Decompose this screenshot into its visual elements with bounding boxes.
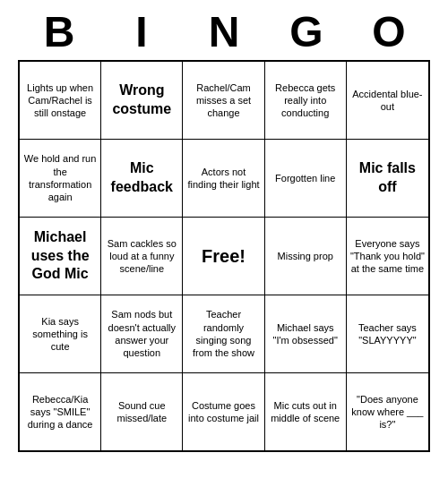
bingo-cell: Sound cue missed/late xyxy=(101,373,183,450)
bingo-cell: Rachel/Cam misses a set change xyxy=(183,62,264,139)
bingo-cell: Michael says "I'm obsessed" xyxy=(265,295,347,372)
bingo-cell: Free! xyxy=(183,218,264,295)
bingo-row: We hold and run the transformation again… xyxy=(20,140,428,218)
bingo-letter: I xyxy=(115,7,168,56)
bingo-cell: Mic feedback xyxy=(101,140,183,217)
bingo-cell: Lights up when Cam/Rachel is still onsta… xyxy=(20,62,101,139)
bingo-row: Kia says something is cuteSam nods but d… xyxy=(20,295,428,373)
bingo-letter: B xyxy=(32,7,86,56)
bingo-cell: Forgotten line xyxy=(265,140,347,217)
bingo-row: Michael uses the God MicSam cackles so l… xyxy=(20,218,428,295)
bingo-letter: N xyxy=(197,7,251,56)
bingo-cell: Missing prop xyxy=(265,218,347,295)
bingo-cell: Mic cuts out in middle of scene xyxy=(265,373,347,450)
bingo-cell: "Does anyone know where ___ is?" xyxy=(347,373,428,450)
bingo-cell: Rebecca gets really into conducting xyxy=(265,62,347,139)
bingo-cell: Rebecca/Kia says "SMILE" during a dance xyxy=(20,373,101,450)
bingo-cell: Costume goes into costume jail xyxy=(183,373,264,450)
bingo-cell: Mic falls off xyxy=(347,140,428,217)
bingo-grid: Lights up when Cam/Rachel is still onsta… xyxy=(18,60,430,452)
bingo-cell: Everyone says "Thank you hold" at the sa… xyxy=(347,218,428,295)
bingo-row: Lights up when Cam/Rachel is still onsta… xyxy=(20,62,428,140)
bingo-cell: Teacher randomly singing song from the s… xyxy=(183,295,264,372)
bingo-cell: Michael uses the God Mic xyxy=(20,218,101,295)
bingo-title: BINGO xyxy=(18,0,430,60)
bingo-cell: Teacher says "SLAYYYYY" xyxy=(347,295,428,372)
bingo-cell: Sam nods but doesn't actually answer you… xyxy=(101,295,183,372)
bingo-cell: Wrong costume xyxy=(101,62,183,139)
bingo-row: Rebecca/Kia says "SMILE" during a danceS… xyxy=(20,373,428,450)
bingo-cell: Sam cackles so loud at a funny scene/lin… xyxy=(101,218,183,295)
bingo-cell: Accidental blue-out xyxy=(347,62,428,139)
bingo-cell: We hold and run the transformation again xyxy=(20,140,101,217)
bingo-cell: Actors not finding their light xyxy=(183,140,264,217)
bingo-cell: Kia says something is cute xyxy=(20,295,101,372)
bingo-letter: O xyxy=(362,7,416,56)
bingo-letter: G xyxy=(280,7,333,56)
